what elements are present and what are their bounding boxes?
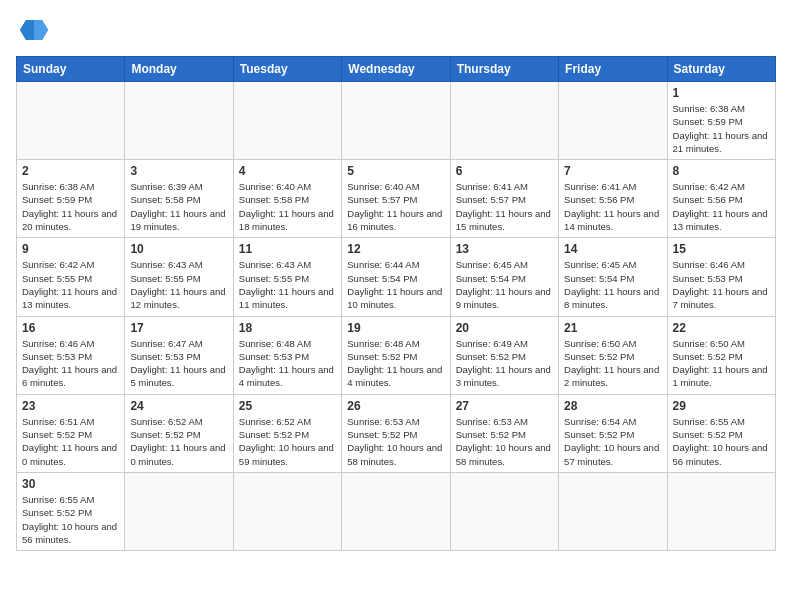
day-cell: 14Sunrise: 6:45 AM Sunset: 5:54 PM Dayli… — [559, 238, 667, 316]
day-number: 12 — [347, 242, 444, 256]
day-info: Sunrise: 6:38 AM Sunset: 5:59 PM Dayligh… — [22, 180, 119, 233]
day-number: 20 — [456, 321, 553, 335]
day-cell: 8Sunrise: 6:42 AM Sunset: 5:56 PM Daylig… — [667, 160, 775, 238]
day-number: 29 — [673, 399, 770, 413]
day-info: Sunrise: 6:53 AM Sunset: 5:52 PM Dayligh… — [347, 415, 444, 468]
day-number: 4 — [239, 164, 336, 178]
day-cell: 28Sunrise: 6:54 AM Sunset: 5:52 PM Dayli… — [559, 394, 667, 472]
day-info: Sunrise: 6:41 AM Sunset: 5:56 PM Dayligh… — [564, 180, 661, 233]
week-row-4: 16Sunrise: 6:46 AM Sunset: 5:53 PM Dayli… — [17, 316, 776, 394]
day-header-sunday: Sunday — [17, 57, 125, 82]
day-header-monday: Monday — [125, 57, 233, 82]
day-info: Sunrise: 6:50 AM Sunset: 5:52 PM Dayligh… — [673, 337, 770, 390]
day-cell: 2Sunrise: 6:38 AM Sunset: 5:59 PM Daylig… — [17, 160, 125, 238]
day-info: Sunrise: 6:48 AM Sunset: 5:53 PM Dayligh… — [239, 337, 336, 390]
day-info: Sunrise: 6:40 AM Sunset: 5:58 PM Dayligh… — [239, 180, 336, 233]
day-info: Sunrise: 6:44 AM Sunset: 5:54 PM Dayligh… — [347, 258, 444, 311]
day-number: 13 — [456, 242, 553, 256]
day-cell: 24Sunrise: 6:52 AM Sunset: 5:52 PM Dayli… — [125, 394, 233, 472]
day-number: 21 — [564, 321, 661, 335]
svg-marker-2 — [20, 20, 34, 40]
day-number: 14 — [564, 242, 661, 256]
day-cell — [125, 82, 233, 160]
day-info: Sunrise: 6:43 AM Sunset: 5:55 PM Dayligh… — [130, 258, 227, 311]
day-cell — [233, 472, 341, 550]
day-info: Sunrise: 6:55 AM Sunset: 5:52 PM Dayligh… — [673, 415, 770, 468]
day-cell: 23Sunrise: 6:51 AM Sunset: 5:52 PM Dayli… — [17, 394, 125, 472]
day-info: Sunrise: 6:39 AM Sunset: 5:58 PM Dayligh… — [130, 180, 227, 233]
day-info: Sunrise: 6:53 AM Sunset: 5:52 PM Dayligh… — [456, 415, 553, 468]
logo-icon — [16, 16, 52, 44]
day-cell: 7Sunrise: 6:41 AM Sunset: 5:56 PM Daylig… — [559, 160, 667, 238]
day-cell — [667, 472, 775, 550]
day-cell: 5Sunrise: 6:40 AM Sunset: 5:57 PM Daylig… — [342, 160, 450, 238]
day-number: 18 — [239, 321, 336, 335]
week-row-3: 9Sunrise: 6:42 AM Sunset: 5:55 PM Daylig… — [17, 238, 776, 316]
day-info: Sunrise: 6:45 AM Sunset: 5:54 PM Dayligh… — [456, 258, 553, 311]
day-number: 22 — [673, 321, 770, 335]
day-cell: 17Sunrise: 6:47 AM Sunset: 5:53 PM Dayli… — [125, 316, 233, 394]
day-cell — [450, 82, 558, 160]
day-cell — [17, 82, 125, 160]
day-info: Sunrise: 6:52 AM Sunset: 5:52 PM Dayligh… — [239, 415, 336, 468]
day-cell: 13Sunrise: 6:45 AM Sunset: 5:54 PM Dayli… — [450, 238, 558, 316]
day-cell: 20Sunrise: 6:49 AM Sunset: 5:52 PM Dayli… — [450, 316, 558, 394]
day-cell: 27Sunrise: 6:53 AM Sunset: 5:52 PM Dayli… — [450, 394, 558, 472]
day-info: Sunrise: 6:51 AM Sunset: 5:52 PM Dayligh… — [22, 415, 119, 468]
day-info: Sunrise: 6:41 AM Sunset: 5:57 PM Dayligh… — [456, 180, 553, 233]
day-info: Sunrise: 6:46 AM Sunset: 5:53 PM Dayligh… — [673, 258, 770, 311]
week-row-6: 30Sunrise: 6:55 AM Sunset: 5:52 PM Dayli… — [17, 472, 776, 550]
days-header-row: SundayMondayTuesdayWednesdayThursdayFrid… — [17, 57, 776, 82]
day-header-friday: Friday — [559, 57, 667, 82]
day-cell — [559, 472, 667, 550]
day-number: 23 — [22, 399, 119, 413]
day-number: 7 — [564, 164, 661, 178]
day-number: 16 — [22, 321, 119, 335]
calendar: SundayMondayTuesdayWednesdayThursdayFrid… — [16, 56, 776, 551]
day-number: 2 — [22, 164, 119, 178]
week-row-5: 23Sunrise: 6:51 AM Sunset: 5:52 PM Dayli… — [17, 394, 776, 472]
day-info: Sunrise: 6:46 AM Sunset: 5:53 PM Dayligh… — [22, 337, 119, 390]
day-number: 27 — [456, 399, 553, 413]
day-header-wednesday: Wednesday — [342, 57, 450, 82]
day-info: Sunrise: 6:49 AM Sunset: 5:52 PM Dayligh… — [456, 337, 553, 390]
day-cell: 19Sunrise: 6:48 AM Sunset: 5:52 PM Dayli… — [342, 316, 450, 394]
day-cell: 15Sunrise: 6:46 AM Sunset: 5:53 PM Dayli… — [667, 238, 775, 316]
week-row-2: 2Sunrise: 6:38 AM Sunset: 5:59 PM Daylig… — [17, 160, 776, 238]
day-cell — [233, 82, 341, 160]
day-info: Sunrise: 6:54 AM Sunset: 5:52 PM Dayligh… — [564, 415, 661, 468]
day-cell: 3Sunrise: 6:39 AM Sunset: 5:58 PM Daylig… — [125, 160, 233, 238]
day-info: Sunrise: 6:48 AM Sunset: 5:52 PM Dayligh… — [347, 337, 444, 390]
day-cell — [559, 82, 667, 160]
day-header-thursday: Thursday — [450, 57, 558, 82]
week-row-1: 1Sunrise: 6:38 AM Sunset: 5:59 PM Daylig… — [17, 82, 776, 160]
day-cell: 1Sunrise: 6:38 AM Sunset: 5:59 PM Daylig… — [667, 82, 775, 160]
day-cell — [450, 472, 558, 550]
day-number: 6 — [456, 164, 553, 178]
day-cell: 25Sunrise: 6:52 AM Sunset: 5:52 PM Dayli… — [233, 394, 341, 472]
day-cell: 26Sunrise: 6:53 AM Sunset: 5:52 PM Dayli… — [342, 394, 450, 472]
day-cell: 10Sunrise: 6:43 AM Sunset: 5:55 PM Dayli… — [125, 238, 233, 316]
day-info: Sunrise: 6:42 AM Sunset: 5:55 PM Dayligh… — [22, 258, 119, 311]
day-cell: 4Sunrise: 6:40 AM Sunset: 5:58 PM Daylig… — [233, 160, 341, 238]
day-cell — [342, 82, 450, 160]
day-number: 5 — [347, 164, 444, 178]
day-cell: 16Sunrise: 6:46 AM Sunset: 5:53 PM Dayli… — [17, 316, 125, 394]
day-number: 24 — [130, 399, 227, 413]
day-header-saturday: Saturday — [667, 57, 775, 82]
day-cell: 30Sunrise: 6:55 AM Sunset: 5:52 PM Dayli… — [17, 472, 125, 550]
svg-marker-1 — [34, 20, 48, 40]
day-cell: 22Sunrise: 6:50 AM Sunset: 5:52 PM Dayli… — [667, 316, 775, 394]
day-info: Sunrise: 6:55 AM Sunset: 5:52 PM Dayligh… — [22, 493, 119, 546]
day-cell: 12Sunrise: 6:44 AM Sunset: 5:54 PM Dayli… — [342, 238, 450, 316]
day-number: 8 — [673, 164, 770, 178]
day-cell: 21Sunrise: 6:50 AM Sunset: 5:52 PM Dayli… — [559, 316, 667, 394]
day-number: 15 — [673, 242, 770, 256]
page-header — [16, 16, 776, 44]
day-info: Sunrise: 6:52 AM Sunset: 5:52 PM Dayligh… — [130, 415, 227, 468]
day-info: Sunrise: 6:47 AM Sunset: 5:53 PM Dayligh… — [130, 337, 227, 390]
day-number: 30 — [22, 477, 119, 491]
logo — [16, 16, 56, 44]
day-cell: 18Sunrise: 6:48 AM Sunset: 5:53 PM Dayli… — [233, 316, 341, 394]
day-number: 9 — [22, 242, 119, 256]
